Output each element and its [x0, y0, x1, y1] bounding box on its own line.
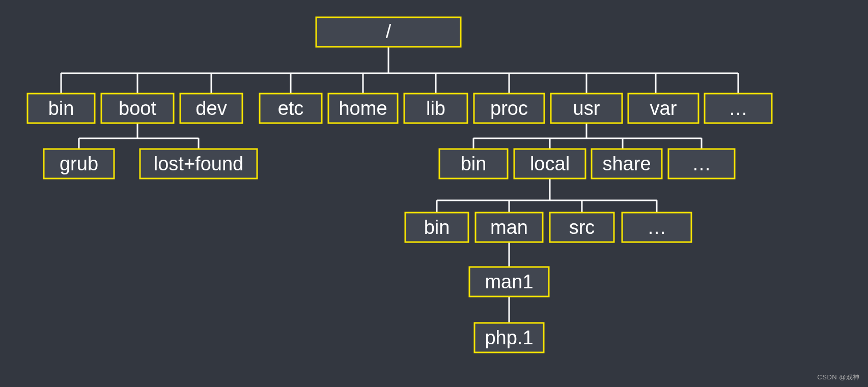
node-usr-bin-label: bin	[461, 153, 487, 174]
node-local-src-label: src	[569, 217, 595, 238]
node-var: var	[628, 94, 698, 123]
node-lostfound-label: lost+found	[154, 153, 243, 174]
node-man1: man1	[469, 267, 549, 296]
node-proc: proc	[474, 94, 544, 123]
node-usr-local-label: local	[530, 153, 570, 174]
node-etc-label: etc	[278, 98, 304, 119]
node-boot: boot	[101, 94, 174, 123]
node-lostfound: lost+found	[140, 149, 257, 178]
node-php1-label: php.1	[485, 327, 533, 348]
node-local-more: …	[622, 213, 691, 242]
node-usr-more-label: …	[692, 153, 711, 174]
node-usr: usr	[551, 94, 622, 123]
node-local-bin: bin	[405, 213, 468, 242]
node-bin-label: bin	[48, 98, 74, 119]
node-php1: php.1	[474, 323, 544, 352]
filesystem-tree-diagram: / bin boot dev etc home lib proc usr var…	[0, 0, 868, 387]
node-usr-bin: bin	[439, 149, 508, 178]
node-usr-share-label: share	[602, 153, 651, 174]
node-boot-label: boot	[119, 98, 156, 119]
node-home: home	[328, 94, 398, 123]
node-var-label: var	[650, 98, 677, 119]
node-home-label: home	[339, 98, 387, 119]
node-lib: lib	[404, 94, 467, 123]
node-local-more-label: …	[647, 217, 666, 238]
watermark-text: CSDN @戏神	[817, 373, 860, 382]
node-local-man-label: man	[490, 217, 528, 238]
node-root-label: /	[386, 21, 391, 42]
node-bin: bin	[27, 94, 95, 123]
node-local-man: man	[475, 213, 543, 242]
node-grub: grub	[44, 149, 114, 178]
node-level1-more: …	[705, 94, 772, 123]
node-grub-label: grub	[60, 153, 98, 174]
node-etc: etc	[260, 94, 322, 123]
node-usr-share: share	[592, 149, 662, 178]
node-local-src: src	[550, 213, 614, 242]
node-usr-local: local	[514, 149, 585, 178]
node-usr-more: …	[668, 149, 735, 178]
node-level1-more-label: …	[729, 98, 748, 119]
node-dev-label: dev	[195, 98, 227, 119]
node-root: /	[316, 17, 461, 47]
node-local-bin-label: bin	[424, 217, 450, 238]
node-proc-label: proc	[490, 98, 528, 119]
node-usr-label: usr	[573, 98, 600, 119]
node-dev: dev	[180, 94, 242, 123]
node-lib-label: lib	[426, 98, 445, 119]
node-man1-label: man1	[485, 271, 533, 292]
